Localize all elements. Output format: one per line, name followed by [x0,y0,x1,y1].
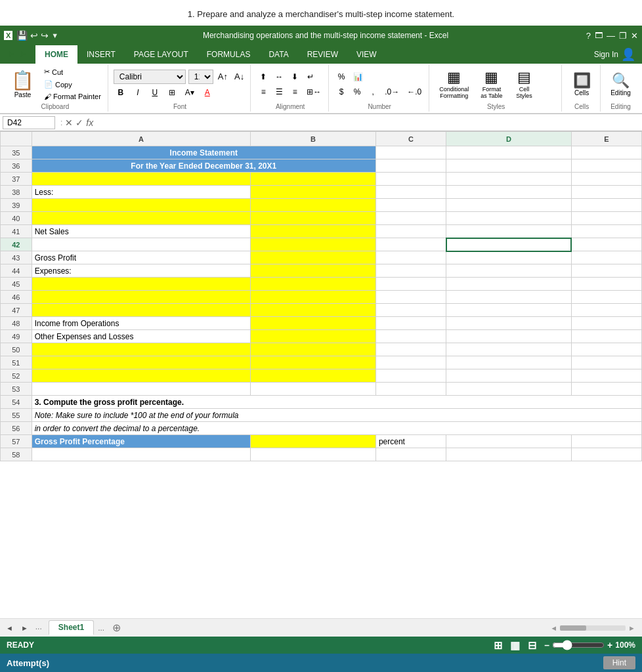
cell-a43[interactable]: Gross Profit [32,251,251,264]
sheet-tab-sheet1[interactable]: Sheet1 [49,620,94,635]
cell-a42[interactable] [32,238,251,251]
sheet-nav-first[interactable]: ◄ [3,622,16,634]
decrease-decimal-button[interactable]: ←.0 [404,85,425,98]
cancel-formula-icon[interactable]: ✕ [65,117,73,128]
cell-b37[interactable] [251,173,376,186]
col-header-b[interactable]: B [251,132,376,146]
cell-e53[interactable] [571,383,641,396]
cell-b44[interactable] [251,264,376,278]
col-header-d[interactable]: D [446,132,572,146]
maximize-icon[interactable]: ❐ [619,31,627,41]
paste-button[interactable]: 📋 Paste [7,68,39,100]
cell-d38[interactable] [446,186,572,199]
cell-a50[interactable] [32,343,251,356]
cell-d58[interactable] [446,448,572,461]
cut-button[interactable]: ✂ Cut [41,66,104,77]
cell-a51[interactable] [32,356,251,369]
cell-c49[interactable] [375,330,446,343]
cells-button[interactable]: 🔲 Cells [567,70,596,98]
tab-data[interactable]: DATA [259,45,297,64]
increase-font-button[interactable]: A↑ [216,70,230,83]
cell-b48[interactable] [251,317,376,330]
cell-d48[interactable] [446,317,572,330]
cell-a35[interactable]: Income Statement [32,146,375,159]
cell-a49[interactable]: Other Expenses and Losses [32,330,251,343]
cell-b42[interactable] [251,238,376,251]
sheet-tab-dots[interactable]: ... [95,623,107,633]
cell-d43[interactable] [446,251,572,264]
cell-b38[interactable] [251,186,376,199]
cell-d44[interactable] [446,264,572,278]
tab-home[interactable]: HOME [35,45,77,64]
cell-c39[interactable] [375,199,446,212]
page-layout-view-icon[interactable]: ▦ [510,639,520,652]
cell-d57[interactable] [446,435,572,448]
cell-b49[interactable] [251,330,376,343]
cell-a48[interactable]: Income from Operations [32,317,251,330]
cell-a44[interactable]: Expenses: [32,264,251,278]
minimize-icon[interactable]: — [607,31,615,41]
tab-insert[interactable]: INSERT [77,45,125,64]
cell-c51[interactable] [375,356,446,369]
percent-button[interactable]: % [350,85,364,98]
cell-b40[interactable] [251,212,376,225]
cell-e50[interactable] [571,343,641,356]
cell-a53[interactable] [32,383,251,396]
tab-file[interactable]: FILE [0,45,35,64]
cell-b50[interactable] [251,343,376,356]
format-painter-button[interactable]: 🖌 Format Painter [41,91,104,102]
cell-b41[interactable] [251,225,376,238]
cell-e41[interactable] [571,225,641,238]
conditional-formatting-button[interactable]: ▦ ConditionalFormatting [435,67,473,101]
page-break-view-icon[interactable]: ⊟ [528,639,536,652]
cell-e49[interactable] [571,330,641,343]
cell-d47[interactable] [446,304,572,317]
tab-page-layout[interactable]: PAGE LAYOUT [125,45,198,64]
sign-in[interactable]: Sign In 👤 [594,47,642,62]
cell-a55[interactable]: Note: Make sure to include *100 at the e… [32,409,641,422]
sheet-nav-dots[interactable]: ... [33,622,45,634]
redo-icon[interactable]: ↪ [41,30,49,41]
cell-a47[interactable] [32,304,251,317]
sheet-nav-last[interactable]: ► [18,622,32,634]
cell-d53[interactable] [446,383,572,396]
cell-a58[interactable] [32,448,251,461]
cell-c47[interactable] [375,304,446,317]
cell-e42[interactable] [571,238,641,251]
cell-a46[interactable] [32,291,251,304]
cell-c38[interactable] [375,186,446,199]
tab-review[interactable]: REVIEW [298,45,347,64]
cell-e48[interactable] [571,317,641,330]
cell-b39[interactable] [251,199,376,212]
col-header-c[interactable]: C [375,132,446,146]
font-size-select[interactable]: 11 [188,70,213,84]
cell-b47[interactable] [251,304,376,317]
cell-c42[interactable] [375,238,446,251]
cell-e45[interactable] [571,278,641,291]
editing-button[interactable]: 🔍 Editing [606,70,635,98]
cell-a54[interactable]: 3. Compute the gross profit percentage. [32,396,641,409]
col-header-a[interactable]: A [32,132,251,146]
cell-e36[interactable] [571,159,641,173]
cell-a40[interactable] [32,212,251,225]
cell-b52[interactable] [251,369,376,383]
border-button[interactable]: ⊞ [165,86,179,99]
cell-c48[interactable] [375,317,446,330]
cell-c40[interactable] [375,212,446,225]
bold-button[interactable]: B [114,86,128,99]
cell-b58[interactable] [251,448,376,461]
align-middle-button[interactable]: ↔ [272,70,286,83]
comma-button[interactable]: , [366,85,380,98]
cell-e43[interactable] [571,251,641,264]
cell-d46[interactable] [446,291,572,304]
cell-d41[interactable] [446,225,572,238]
cell-e38[interactable] [571,186,641,199]
cell-c36[interactable] [375,159,446,173]
cell-e58[interactable] [571,448,641,461]
cell-c44[interactable] [375,264,446,278]
text-wrap-button[interactable]: ↵ [303,70,318,83]
cell-c58[interactable] [375,448,446,461]
increase-decimal-button[interactable]: .0→ [381,85,402,98]
cell-c41[interactable] [375,225,446,238]
cell-d52[interactable] [446,369,572,383]
